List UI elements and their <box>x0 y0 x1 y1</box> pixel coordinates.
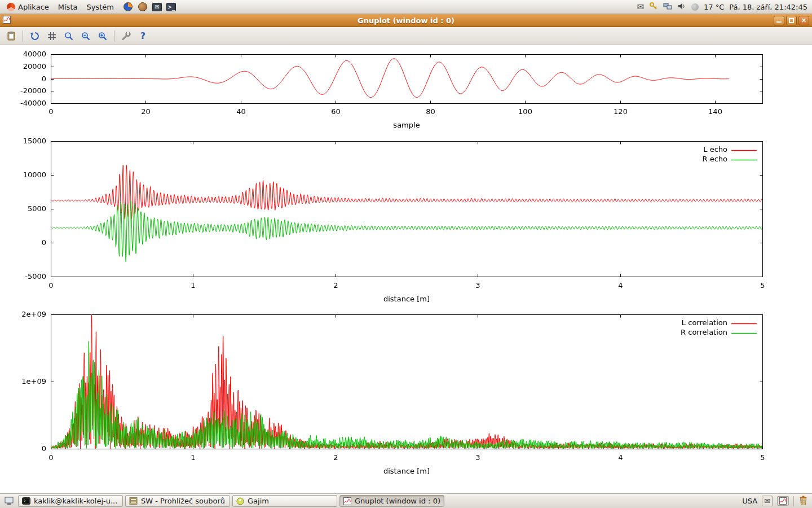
taskbar-item-label: Gnuplot (window id : 0) <box>355 497 440 505</box>
taskbar-right: USA ✉ <box>742 495 810 507</box>
menu-applications-label: Aplikace <box>18 3 49 11</box>
gnuplot-icon <box>343 497 351 505</box>
top-panel: Aplikace Místa Systém ✉ >_ ✉ 17 °C Pá, 1… <box>0 0 812 14</box>
file-manager-icon <box>129 497 138 505</box>
mail-launcher-icon[interactable]: ✉ <box>152 3 162 11</box>
panel-left: Aplikace Místa Systém ✉ >_ <box>0 2 176 12</box>
titlebar[interactable]: Gnuplot (window id : 0) × <box>0 14 812 27</box>
toolbar-separator <box>23 30 23 42</box>
magnifier-minus-icon <box>81 31 91 41</box>
mail-notification-icon[interactable]: ✉ <box>637 2 644 12</box>
gnuplot-window: Gnuplot (window id : 0) × ? <box>0 14 812 493</box>
ubuntu-logo-icon <box>7 3 15 11</box>
copy-to-clipboard-button[interactable] <box>3 29 19 43</box>
volume-icon[interactable] <box>677 2 686 12</box>
configure-button[interactable] <box>118 29 134 43</box>
gajim-icon <box>236 497 244 505</box>
menu-places[interactable]: Místa <box>54 2 82 12</box>
maximize-button[interactable] <box>786 16 797 25</box>
help-icon: ? <box>140 30 145 41</box>
panel-launchers: ✉ >_ <box>123 2 176 12</box>
globe-launcher-icon[interactable] <box>138 2 148 12</box>
taskbar-item-label: Gajim <box>248 497 269 505</box>
taskbar-item-label: SW - Prohlížeč souborů <box>141 497 225 505</box>
minimize-button[interactable] <box>774 16 784 25</box>
keyboard-layout-indicator[interactable]: USA <box>742 497 757 505</box>
magnifier-plus-icon <box>98 31 108 41</box>
correlation-chart[interactable] <box>0 308 812 486</box>
panel-right: ✉ 17 °C Pá, 18. září, 21:42:45 <box>637 2 812 12</box>
terminal-icon <box>22 497 30 505</box>
temperature-label[interactable]: 17 °C <box>704 3 724 11</box>
replot-button[interactable] <box>27 29 42 43</box>
show-desktop-button[interactable] <box>2 495 16 507</box>
tray-mail-icon[interactable]: ✉ <box>762 496 773 506</box>
wrench-icon <box>121 31 131 41</box>
taskbar-item-gnuplot[interactable]: Gnuplot (window id : 0) <box>339 495 444 507</box>
weather-icon[interactable] <box>691 3 699 11</box>
window-controls: × <box>774 16 809 25</box>
monitor-icon <box>5 497 14 505</box>
firefox-launcher-icon[interactable] <box>123 2 133 12</box>
menu-places-label: Místa <box>58 3 78 11</box>
echo-chart[interactable] <box>0 130 812 308</box>
sample-waveform-chart[interactable] <box>0 45 812 130</box>
autoscale-button[interactable] <box>61 29 76 43</box>
taskbar: kaklik@kaklik-kolej-u... SW - Prohlížeč … <box>0 493 812 508</box>
terminal-launcher-icon[interactable]: >_ <box>166 3 176 11</box>
toggle-grid-button[interactable] <box>44 29 59 43</box>
plot-area <box>0 45 812 486</box>
taskbar-separator <box>793 496 794 506</box>
magnifier-icon <box>64 31 74 41</box>
menu-applications[interactable]: Aplikace <box>2 2 54 12</box>
toolbar: ? <box>0 27 812 45</box>
zoom-out-button[interactable] <box>78 29 93 43</box>
tray-gnuplot-icon[interactable] <box>777 496 789 506</box>
keyring-icon[interactable] <box>649 2 658 12</box>
taskbar-item-terminal[interactable]: kaklik@kaklik-kolej-u... <box>18 495 123 507</box>
trash-icon[interactable] <box>798 495 808 507</box>
zoom-in-button[interactable] <box>95 29 110 43</box>
network-icon[interactable] <box>663 2 672 12</box>
window-icon <box>3 16 11 25</box>
taskbar-item-file-browser[interactable]: SW - Prohlížeč souborů <box>125 495 230 507</box>
taskbar-item-label: kaklik@kaklik-kolej-u... <box>34 497 117 505</box>
clipboard-icon <box>6 31 16 41</box>
grid-icon <box>47 31 57 41</box>
window-title: Gnuplot (window id : 0) <box>0 16 812 25</box>
clock-label[interactable]: Pá, 18. září, 21:42:45 <box>729 3 807 11</box>
close-button[interactable]: × <box>798 16 809 25</box>
help-button[interactable]: ? <box>135 29 151 43</box>
menu-system[interactable]: Systém <box>82 2 118 12</box>
menu-system-label: Systém <box>86 3 113 11</box>
refresh-icon <box>30 31 40 41</box>
toolbar-separator <box>114 30 114 42</box>
taskbar-item-gajim[interactable]: Gajim <box>232 495 337 507</box>
